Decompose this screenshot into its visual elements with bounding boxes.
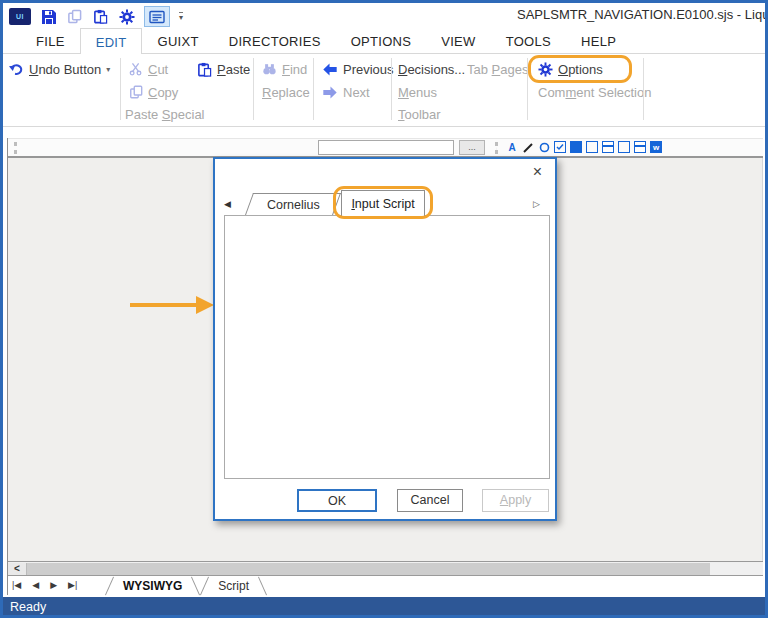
wysiwyg-logo-icon[interactable]: w [650,141,662,153]
app-logo-icon: UI [9,8,31,25]
screen-lines-icon[interactable] [602,141,614,153]
comment-selection-button[interactable]: Comment Selection [538,82,651,102]
cancel-button[interactable]: Cancel [397,489,463,512]
paste-icon [197,62,212,77]
annotation-arrow [130,303,198,307]
copy-button[interactable]: Copy [129,82,178,102]
form-view-icon[interactable] [144,6,170,27]
gear-icon [538,62,553,77]
title-bar: UI ▾ SAPLSMTR_NAVIGATION.E0100.sjs - Liq… [3,3,765,28]
status-bar: Ready [3,597,765,618]
undo-dropdown-caret-icon[interactable]: ▾ [106,65,110,74]
tab-cornelius[interactable]: Cornelius [245,193,341,215]
strip-icon-row: A w [506,141,662,153]
save-icon[interactable] [40,8,57,25]
prev-tab-icon[interactable]: ◀ [32,580,39,590]
annotation-arrow-head-icon [196,296,214,314]
tab-input-script[interactable]: Input Script [341,190,425,216]
tab-scroll-left-icon[interactable]: ◀ [224,199,231,209]
first-tab-icon[interactable]: |◀ [12,580,21,590]
paste-special-button[interactable]: Paste Special [125,104,205,124]
undo-button[interactable]: Undo Button ▾ [8,59,110,79]
record-icon[interactable] [538,141,550,153]
next-button[interactable]: Next [322,82,370,102]
menu-help[interactable]: HELP [566,28,631,53]
window-title: SAPLSMTR_NAVIGATION.E0100.sjs - Liquid U… [517,7,768,22]
binoculars-icon [262,62,277,76]
ribbon-separator [253,58,254,120]
apply-button[interactable]: Apply [482,489,549,512]
menu-bar: FILE EDIT GUIXT DIRECTORIES OPTIONS VIEW… [3,28,765,54]
panel-divider [7,138,8,595]
app-window: UI ▾ SAPLSMTR_NAVIGATION.E0100.sjs - Liq… [0,0,768,618]
tab-wysiwyg[interactable]: WYSIWYG [105,576,200,595]
ribbon-separator [527,58,528,120]
drag-grip-icon[interactable] [14,142,17,154]
screen-filled-icon[interactable] [570,141,582,153]
check-control-icon[interactable] [554,141,566,153]
undo-icon [8,62,24,77]
tab-script[interactable]: Script [200,576,267,595]
browse-button[interactable]: ... [459,140,485,155]
window-lines-icon[interactable] [634,141,646,153]
menu-tools[interactable]: TOOLS [491,28,566,53]
toolbar-button[interactable]: Toolbar [398,104,441,124]
font-icon[interactable]: A [506,141,518,153]
tab-pages-button[interactable]: Tab Pages [467,59,528,79]
ribbon-separator [313,58,314,120]
ok-button[interactable]: OK [297,489,377,512]
find-button[interactable]: Find [262,59,307,79]
menus-button[interactable]: Menus [398,82,437,102]
horizontal-scrollbar[interactable]: < [8,561,763,575]
menu-guixt[interactable]: GUIXT [142,28,213,53]
menu-options[interactable]: OPTIONS [336,28,427,53]
ribbon-separator [120,58,121,120]
ribbon-separator [643,58,644,120]
menu-directories[interactable]: DIRECTORIES [214,28,336,53]
quick-access-toolbar: UI ▾ [9,6,183,27]
ribbon-separator [391,58,392,120]
close-icon[interactable]: × [533,164,542,180]
status-text: Ready [10,600,46,614]
strip-field-input[interactable] [318,140,454,155]
replace-button[interactable]: Replace [262,82,310,102]
paste-button[interactable]: Paste [197,59,250,79]
previous-button[interactable]: Previous [322,59,394,79]
settings-gear-icon[interactable] [118,8,135,25]
arrow-right-icon [322,86,338,99]
pen-icon[interactable] [522,141,534,153]
scissors-icon [129,62,143,76]
ribbon-edit: Undo Button ▾ Cut Paste Copy Paste Speci… [3,54,765,127]
last-tab-icon[interactable]: ▶| [68,580,77,590]
decisions-button[interactable]: Decisions... [398,59,465,79]
arrow-left-icon [322,63,338,76]
tab-page [224,215,550,479]
tool-strip: ... A w [8,138,763,158]
options-button[interactable]: Options [538,59,603,79]
menu-file[interactable]: FILE [21,28,80,53]
menu-view[interactable]: VIEW [426,28,490,53]
menu-edit[interactable]: EDIT [80,28,143,54]
copy-icon[interactable] [66,8,83,25]
screen-icon[interactable] [586,141,598,153]
qat-customize-caret-icon[interactable]: ▾ [179,12,183,22]
sheet-tabs: WYSIWYG Script [105,576,267,595]
options-dialog: × ◀ ▷ Cornelius Input Script Function Op… [213,157,557,521]
drag-grip-icon[interactable] [495,142,498,154]
tab-scroll-right-icon[interactable]: ▷ [533,199,540,209]
view-tab-row: |◀ ◀ ▶ ▶| WYSIWYG Script [8,575,763,595]
cut-button[interactable]: Cut [129,59,168,79]
paste-icon[interactable] [92,8,109,25]
next-tab-icon[interactable]: ▶ [50,580,57,590]
window-icon[interactable] [618,141,630,153]
copy-icon [129,85,143,99]
tab-nav-buttons: |◀ ◀ ▶ ▶| [12,580,77,590]
